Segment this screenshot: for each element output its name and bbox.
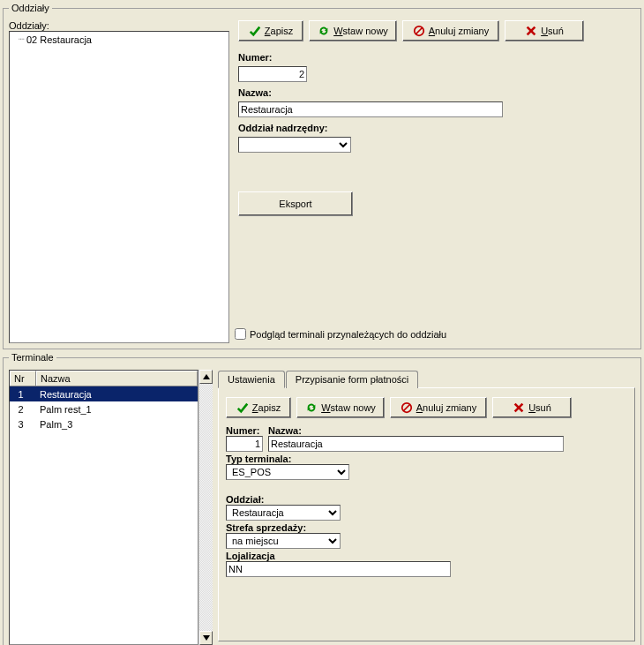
term-anuluj-button[interactable]: Anuluj zmiany	[390, 397, 487, 418]
nadrzedny-select[interactable]	[238, 137, 351, 153]
terminale-list[interactable]: Nr Nazwa 1Restauracja2Palm rest_13Palm_3	[9, 370, 198, 645]
oddzialy-legend: Oddziały	[9, 3, 52, 13]
row-nazwa: Restauracja	[36, 389, 198, 400]
scroll-track[interactable]	[199, 384, 213, 631]
scroll-up-button[interactable]	[199, 370, 213, 384]
podglad-label: Podgląd terminali przynależących do oddz…	[250, 329, 446, 340]
term-oddzial-select[interactable]: Restauracja	[226, 505, 341, 521]
oddzialy-group: Oddziały Oddziały: ┈ 02 Restauracja	[3, 3, 641, 349]
svg-line-1	[416, 28, 422, 34]
col-header-nazwa[interactable]: Nazwa	[36, 371, 198, 386]
tab-ustawienia[interactable]: Ustawienia	[218, 371, 285, 388]
nadrzedny-label: Oddział nadrzędny:	[238, 123, 635, 133]
eksport-button[interactable]: Eksport	[238, 191, 353, 216]
strefa-select[interactable]: na miejscu	[226, 533, 341, 549]
cancel-icon	[401, 401, 413, 414]
delete-icon	[525, 25, 537, 37]
wstaw-label: Wstaw nowy	[333, 26, 388, 36]
row-nr: 2	[10, 404, 36, 415]
term-numer-label: Numer:	[226, 425, 263, 436]
svg-marker-5	[203, 635, 210, 641]
lojalizacja-input[interactable]	[226, 561, 451, 577]
svg-marker-4	[203, 374, 210, 379]
term-zapisz-button[interactable]: Zapisz	[226, 397, 291, 418]
term-numer-input[interactable]	[226, 436, 263, 452]
term-oddzial-label: Oddział:	[226, 494, 627, 505]
terminale-group: Terminale Nr Nazwa 1Restauracja2Palm res…	[3, 352, 641, 645]
term-nazwa-input[interactable]	[268, 436, 564, 452]
row-nr: 3	[10, 419, 36, 430]
row-nazwa: Palm rest_1	[36, 404, 198, 415]
zapisz-label: Zapisz	[265, 26, 293, 36]
table-row[interactable]: 2Palm rest_1	[10, 401, 198, 416]
scroll-down-button[interactable]	[199, 631, 213, 645]
svg-line-7	[403, 405, 409, 411]
anuluj-label: Anuluj zmiany	[429, 26, 489, 36]
cancel-icon	[413, 25, 425, 37]
refresh-icon	[305, 401, 318, 414]
zapisz-button[interactable]: Zapisz	[238, 20, 303, 41]
col-header-nr[interactable]: Nr	[10, 371, 36, 386]
term-usun-button[interactable]: Usuń	[492, 397, 572, 418]
term-nazwa-label: Nazwa:	[268, 425, 627, 436]
refresh-icon	[318, 25, 330, 37]
typ-terminala-label: Typ terminala:	[226, 454, 627, 464]
typ-terminala-select[interactable]: ES_POS	[226, 464, 349, 480]
chevron-up-icon	[203, 374, 210, 379]
numer-label: Numer:	[238, 52, 635, 63]
check-icon	[236, 401, 249, 414]
term-wstaw-button[interactable]: Wstaw nowy	[296, 397, 385, 418]
wstaw-nowy-button[interactable]: Wstaw nowy	[309, 20, 397, 41]
list-scrollbar[interactable]	[198, 370, 213, 645]
lojalizacja-label: Lojalizacja	[226, 551, 627, 561]
tab-panel-ustawienia: Zapisz Wstaw nowy Anuluj z	[218, 387, 635, 641]
table-row[interactable]: 1Restauracja	[10, 386, 198, 401]
row-nazwa: Palm_3	[36, 419, 198, 430]
tree-label: Oddziały:	[9, 20, 229, 31]
numer-input[interactable]	[238, 66, 307, 82]
usun-button[interactable]: Usuń	[505, 20, 584, 41]
eksport-label: Eksport	[279, 199, 311, 209]
chevron-down-icon	[203, 635, 210, 641]
strefa-label: Strefa sprzedaży:	[226, 522, 627, 533]
tab-przypisanie[interactable]: Przypisanie form płatności	[286, 371, 418, 388]
row-nr: 1	[10, 389, 36, 400]
oddzialy-tree[interactable]: ┈ 02 Restauracja	[9, 31, 229, 343]
delete-icon	[513, 401, 525, 414]
tree-connector-icon: ┈	[19, 34, 24, 45]
tree-item-label: 02 Restauracja	[26, 34, 92, 45]
nazwa-label: Nazwa:	[238, 87, 635, 98]
podglad-checkbox[interactable]	[235, 328, 246, 340]
terminale-legend: Terminale	[9, 352, 56, 363]
tree-item-restauracja[interactable]: ┈ 02 Restauracja	[11, 34, 227, 45]
table-row[interactable]: 3Palm_3	[10, 416, 198, 431]
usun-label: Usuń	[541, 26, 564, 36]
check-icon	[249, 25, 261, 37]
anuluj-zmiany-button[interactable]: Anuluj zmiany	[402, 20, 499, 41]
nazwa-input[interactable]	[238, 101, 503, 117]
